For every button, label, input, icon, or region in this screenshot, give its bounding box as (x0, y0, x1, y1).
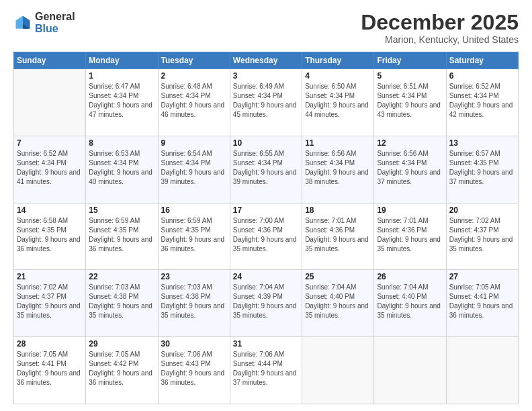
calendar-header-row: SundayMondayTuesdayWednesdayThursdayFrid… (14, 52, 519, 69)
day-number: 18 (305, 205, 371, 215)
calendar-cell: 12Sunrise: 6:56 AMSunset: 4:34 PMDayligh… (374, 136, 446, 203)
day-number: 11 (305, 138, 371, 148)
day-number: 10 (233, 138, 299, 148)
day-info: Sunrise: 6:59 AMSunset: 4:35 PMDaylight:… (89, 216, 154, 254)
calendar-cell: 4Sunrise: 6:50 AMSunset: 4:34 PMDaylight… (302, 69, 374, 136)
svg-marker-1 (16, 15, 24, 28)
day-number: 14 (17, 205, 83, 215)
calendar-cell: 25Sunrise: 7:04 AMSunset: 4:40 PMDayligh… (302, 270, 374, 337)
calendar-cell: 10Sunrise: 6:55 AMSunset: 4:34 PMDayligh… (230, 136, 302, 203)
day-number: 9 (161, 138, 227, 148)
week-row-3: 14Sunrise: 6:58 AMSunset: 4:35 PMDayligh… (14, 203, 519, 270)
day-info: Sunrise: 6:58 AMSunset: 4:35 PMDaylight:… (17, 216, 83, 254)
day-info: Sunrise: 6:53 AMSunset: 4:34 PMDaylight:… (89, 149, 154, 187)
day-info: Sunrise: 7:04 AMSunset: 4:40 PMDaylight:… (377, 283, 443, 320)
calendar-cell: 20Sunrise: 7:02 AMSunset: 4:37 PMDayligh… (446, 203, 518, 270)
day-info: Sunrise: 7:02 AMSunset: 4:37 PMDaylight:… (17, 283, 83, 320)
calendar-cell: 3Sunrise: 6:49 AMSunset: 4:34 PMDaylight… (230, 69, 302, 136)
day-number: 25 (305, 272, 371, 281)
day-info: Sunrise: 6:59 AMSunset: 4:35 PMDaylight:… (161, 216, 227, 254)
day-number: 28 (17, 339, 83, 349)
calendar-cell: 6Sunrise: 6:52 AMSunset: 4:34 PMDaylight… (446, 69, 518, 136)
calendar-cell: 1Sunrise: 6:47 AMSunset: 4:34 PMDaylight… (86, 69, 158, 136)
day-info: Sunrise: 6:55 AMSunset: 4:34 PMDaylight:… (233, 149, 299, 187)
day-number: 3 (233, 71, 299, 81)
header: General Blue December 2025 Marion, Kentu… (13, 11, 519, 45)
calendar-cell: 19Sunrise: 7:01 AMSunset: 4:36 PMDayligh… (374, 203, 446, 270)
day-info: Sunrise: 7:04 AMSunset: 4:40 PMDaylight:… (305, 283, 371, 320)
calendar-cell: 8Sunrise: 6:53 AMSunset: 4:34 PMDaylight… (86, 136, 158, 203)
day-number: 31 (233, 339, 299, 349)
day-header-friday: Friday (374, 52, 446, 69)
calendar-cell: 26Sunrise: 7:04 AMSunset: 4:40 PMDayligh… (374, 270, 446, 337)
day-info: Sunrise: 6:56 AMSunset: 4:34 PMDaylight:… (305, 149, 371, 187)
calendar-cell: 28Sunrise: 7:05 AMSunset: 4:41 PMDayligh… (14, 337, 86, 404)
calendar-cell: 23Sunrise: 7:03 AMSunset: 4:38 PMDayligh… (158, 270, 230, 337)
day-number: 8 (89, 138, 154, 148)
calendar-cell: 27Sunrise: 7:05 AMSunset: 4:41 PMDayligh… (446, 270, 518, 337)
subtitle: Marion, Kentucky, United States (361, 34, 519, 45)
day-number: 15 (89, 205, 154, 215)
calendar-cell (14, 69, 86, 136)
week-row-5: 28Sunrise: 7:05 AMSunset: 4:41 PMDayligh… (14, 337, 519, 404)
day-info: Sunrise: 6:52 AMSunset: 4:34 PMDaylight:… (17, 149, 83, 187)
day-number: 30 (161, 339, 227, 349)
day-number: 7 (17, 138, 83, 148)
day-info: Sunrise: 6:56 AMSunset: 4:34 PMDaylight:… (377, 149, 443, 187)
day-number: 6 (449, 71, 515, 81)
day-info: Sunrise: 7:03 AMSunset: 4:38 PMDaylight:… (89, 283, 154, 320)
logo-icon (13, 13, 32, 32)
day-number: 13 (449, 138, 515, 148)
calendar-cell: 2Sunrise: 6:48 AMSunset: 4:34 PMDaylight… (158, 69, 230, 136)
day-number: 1 (89, 71, 154, 81)
day-header-tuesday: Tuesday (158, 52, 230, 69)
day-number: 22 (89, 272, 154, 281)
calendar-cell: 22Sunrise: 7:03 AMSunset: 4:38 PMDayligh… (86, 270, 158, 337)
day-info: Sunrise: 7:05 AMSunset: 4:41 PMDaylight:… (17, 350, 83, 387)
logo: General Blue (13, 11, 75, 34)
logo-text: General Blue (35, 11, 75, 34)
calendar-cell: 18Sunrise: 7:01 AMSunset: 4:36 PMDayligh… (302, 203, 374, 270)
day-info: Sunrise: 7:05 AMSunset: 4:41 PMDaylight:… (449, 283, 515, 320)
day-number: 19 (377, 205, 443, 215)
day-number: 29 (89, 339, 154, 349)
calendar-cell: 7Sunrise: 6:52 AMSunset: 4:34 PMDaylight… (14, 136, 86, 203)
day-info: Sunrise: 6:49 AMSunset: 4:34 PMDaylight:… (233, 82, 299, 120)
day-number: 16 (161, 205, 227, 215)
day-header-saturday: Saturday (446, 52, 518, 69)
day-number: 12 (377, 138, 443, 148)
week-row-2: 7Sunrise: 6:52 AMSunset: 4:34 PMDaylight… (14, 136, 519, 203)
calendar-cell: 5Sunrise: 6:51 AMSunset: 4:34 PMDaylight… (374, 69, 446, 136)
day-info: Sunrise: 6:57 AMSunset: 4:35 PMDaylight:… (449, 149, 515, 187)
day-number: 27 (449, 272, 515, 281)
logo-general: General (35, 11, 75, 22)
main-title: December 2025 (361, 11, 519, 34)
calendar-cell: 21Sunrise: 7:02 AMSunset: 4:37 PMDayligh… (14, 270, 86, 337)
calendar-cell: 11Sunrise: 6:56 AMSunset: 4:34 PMDayligh… (302, 136, 374, 203)
day-header-sunday: Sunday (14, 52, 86, 69)
day-header-thursday: Thursday (302, 52, 374, 69)
calendar-cell (446, 337, 518, 404)
day-number: 21 (17, 272, 83, 281)
calendar-cell: 29Sunrise: 7:05 AMSunset: 4:42 PMDayligh… (86, 337, 158, 404)
calendar-cell: 15Sunrise: 6:59 AMSunset: 4:35 PMDayligh… (86, 203, 158, 270)
day-header-wednesday: Wednesday (230, 52, 302, 69)
calendar-table: SundayMondayTuesdayWednesdayThursdayFrid… (13, 52, 519, 404)
day-number: 4 (305, 71, 371, 81)
calendar-cell: 14Sunrise: 6:58 AMSunset: 4:35 PMDayligh… (14, 203, 86, 270)
calendar-cell (302, 337, 374, 404)
day-number: 5 (377, 71, 443, 81)
page: General Blue December 2025 Marion, Kentu… (0, 0, 532, 411)
day-info: Sunrise: 7:06 AMSunset: 4:44 PMDaylight:… (233, 350, 299, 387)
calendar-cell: 24Sunrise: 7:04 AMSunset: 4:39 PMDayligh… (230, 270, 302, 337)
logo-blue: Blue (35, 23, 58, 34)
day-info: Sunrise: 7:03 AMSunset: 4:38 PMDaylight:… (161, 283, 227, 320)
calendar-cell: 30Sunrise: 7:06 AMSunset: 4:43 PMDayligh… (158, 337, 230, 404)
day-number: 2 (161, 71, 227, 81)
day-info: Sunrise: 6:48 AMSunset: 4:34 PMDaylight:… (161, 82, 227, 120)
day-info: Sunrise: 6:52 AMSunset: 4:34 PMDaylight:… (449, 82, 515, 120)
day-number: 17 (233, 205, 299, 215)
calendar-cell: 31Sunrise: 7:06 AMSunset: 4:44 PMDayligh… (230, 337, 302, 404)
calendar-cell: 17Sunrise: 7:00 AMSunset: 4:36 PMDayligh… (230, 203, 302, 270)
day-number: 20 (449, 205, 515, 215)
